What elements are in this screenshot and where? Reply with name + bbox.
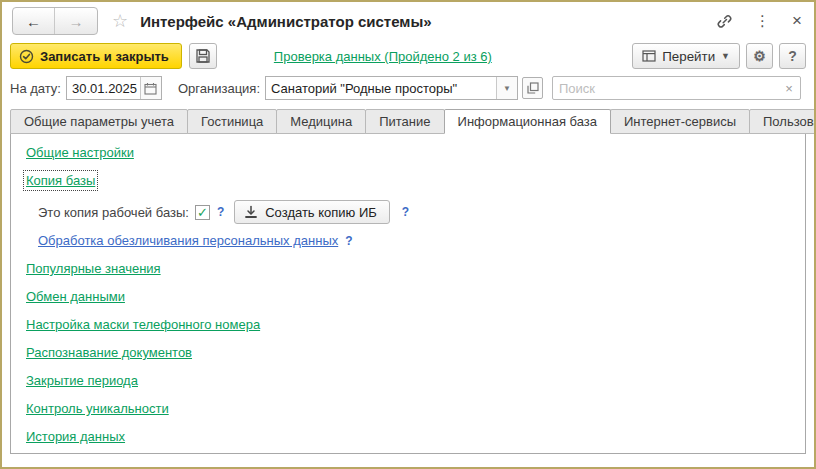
tab-obschie-parametry-ucheta[interactable]: Общие параметры учета	[10, 109, 188, 134]
favorite-star-icon[interactable]: ☆	[112, 10, 128, 32]
dropdown-caret-icon[interactable]: ▼	[496, 77, 517, 99]
data-check-link[interactable]: Проверка данных (Пройдено 2 из 6)	[274, 49, 492, 64]
toolbar: Записать и закрыть Проверка данных (Прой…	[2, 40, 814, 72]
tab-gostinitsa[interactable]: Гостиница	[187, 109, 277, 134]
organization-value[interactable]: Санаторий "Родные просторы"	[266, 81, 496, 96]
tab-meditsina[interactable]: Медицина	[276, 109, 366, 134]
chevron-down-icon: ▼	[721, 51, 730, 61]
form-window-icon	[642, 50, 656, 62]
check-circle-icon	[19, 49, 34, 64]
uniqueness-control-link[interactable]: Контроль уникальности	[26, 401, 169, 416]
row-copy-checkbox: Это копия рабочей базы: ✓ ? Создать копи…	[38, 199, 790, 225]
settings-gear-button[interactable]: ⚙	[746, 43, 773, 69]
row-general-settings: Общие настройки	[26, 143, 790, 162]
row-popular-values: Популярные значения	[26, 259, 790, 278]
popular-values-link[interactable]: Популярные значения	[26, 261, 161, 276]
title-bar: ← → ☆ Интерфейс «Администратор системы» …	[2, 2, 814, 40]
row-base-copy: Копия базы	[26, 171, 790, 190]
row-period-closing: Закрытие периода	[26, 371, 790, 390]
create-copy-help-link[interactable]: ?	[402, 205, 409, 219]
calendar-icon[interactable]	[140, 77, 161, 99]
document-recognition-link[interactable]: Распознавание документов	[26, 345, 192, 360]
more-menu-icon[interactable]: ⋮	[755, 12, 770, 30]
floppy-save-icon	[195, 48, 211, 64]
app-window: ← → ☆ Интерфейс «Администратор системы» …	[0, 0, 816, 469]
download-icon	[244, 205, 258, 219]
general-settings-link[interactable]: Общие настройки	[26, 145, 134, 160]
row-data-history: История данных	[26, 427, 790, 446]
row-document-recognition: Распознавание документов	[26, 343, 790, 362]
tab-internet-servisy[interactable]: Интернет-сервисы	[610, 109, 750, 134]
page-title: Интерфейс «Администратор системы»	[140, 13, 431, 30]
tab-informatsionnaya-baza[interactable]: Информационная база	[444, 109, 611, 134]
tab-polzovateli[interactable]: Пользователи	[749, 109, 816, 134]
save-button[interactable]	[189, 43, 217, 69]
create-ib-copy-label: Создать копию ИБ	[265, 205, 377, 220]
link-chain-icon[interactable]	[716, 13, 733, 30]
save-and-close-button[interactable]: Записать и закрыть	[10, 43, 182, 69]
goto-label: Перейти	[662, 49, 715, 64]
base-copy-link[interactable]: Копия базы	[26, 173, 95, 188]
phone-mask-link[interactable]: Настройка маски телефонного номера	[26, 317, 260, 332]
row-uniqueness-control: Контроль уникальности	[26, 399, 790, 418]
row-anonymize: Обработка обезличивания персональных дан…	[38, 231, 790, 250]
row-data-exchange: Обмен данными	[26, 287, 790, 306]
back-button[interactable]: ←	[13, 8, 55, 34]
tab-pitanie[interactable]: Питание	[365, 109, 444, 134]
nav-history-group: ← →	[12, 7, 98, 35]
copy-checkbox-label: Это копия рабочей базы:	[38, 205, 189, 220]
save-and-close-label: Записать и закрыть	[40, 49, 169, 64]
copy-checkbox-help-link[interactable]: ?	[217, 205, 224, 219]
anonymize-personal-data-link[interactable]: Обработка обезличивания персональных дан…	[38, 233, 338, 248]
tab-bar: Общие параметры учета Гостиница Медицина…	[10, 109, 806, 134]
organization-field[interactable]: Санаторий "Родные просторы" ▼	[265, 76, 518, 100]
filter-row: На дату: 30.01.2025 Организация: Санатор…	[2, 72, 814, 104]
period-closing-link[interactable]: Закрытие периода	[26, 373, 138, 388]
row-phone-mask: Настройка маски телефонного номера	[26, 315, 790, 334]
organization-label: Организация:	[178, 81, 260, 96]
search-input[interactable]	[553, 81, 778, 96]
date-field[interactable]: 30.01.2025	[66, 76, 162, 100]
create-ib-copy-button[interactable]: Создать копию ИБ	[234, 200, 390, 224]
clear-search-icon[interactable]: ×	[778, 81, 800, 96]
open-organization-icon[interactable]	[522, 77, 543, 99]
data-history-link[interactable]: История данных	[26, 429, 125, 444]
help-button[interactable]: ?	[779, 43, 806, 69]
data-exchange-link[interactable]: Обмен данными	[26, 289, 125, 304]
date-label: На дату:	[10, 81, 61, 96]
goto-button[interactable]: Перейти ▼	[632, 43, 740, 69]
forward-button[interactable]: →	[55, 8, 97, 34]
close-icon[interactable]: ×	[792, 11, 802, 31]
date-value[interactable]: 30.01.2025	[67, 81, 140, 96]
copy-checkbox[interactable]: ✓	[195, 205, 210, 220]
search-box: ×	[552, 76, 801, 100]
anonymize-help-link[interactable]: ?	[345, 234, 352, 248]
tab-page-panel: Общие настройки Копия базы Это копия раб…	[10, 133, 806, 454]
